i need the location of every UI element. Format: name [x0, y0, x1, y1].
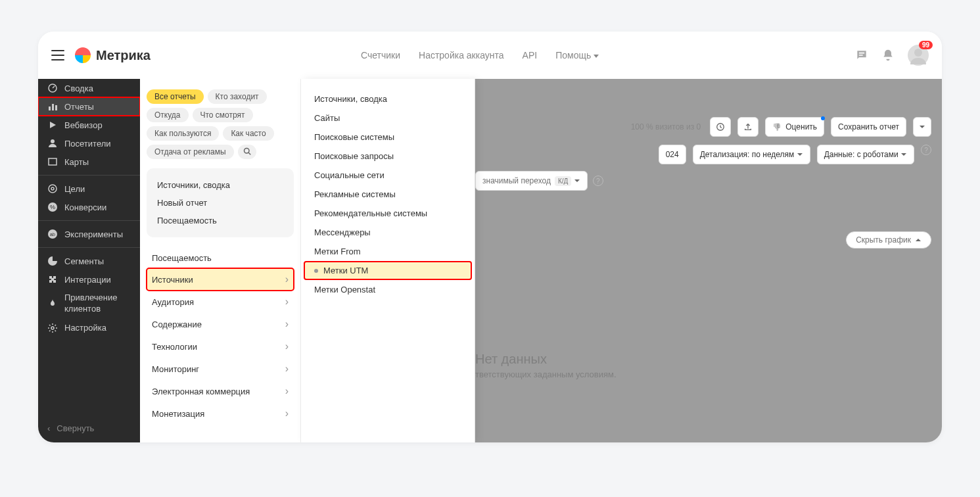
- category-attendance[interactable]: Посещаемость: [147, 248, 294, 268]
- quick-attendance[interactable]: Посещаемость: [154, 212, 286, 229]
- chevron-right-icon: ›: [285, 296, 289, 308]
- percent-icon: %: [47, 202, 58, 212]
- pie-icon: [47, 256, 58, 266]
- sidebar-item-conversions[interactable]: % Конверсии: [38, 198, 140, 216]
- hide-chart-button[interactable]: Скрыть график: [846, 231, 931, 248]
- puzzle-icon: [47, 274, 58, 285]
- sidebar-collapse[interactable]: ‹ Свернуть: [38, 414, 140, 442]
- svg-rect-3: [52, 104, 54, 110]
- sidebar-item-goals[interactable]: Цели: [38, 179, 140, 198]
- category-monetization[interactable]: Монетизация ›: [147, 402, 294, 425]
- submenu-sources-summary[interactable]: Источники, сводка: [301, 89, 475, 108]
- category-sources[interactable]: Источники ›: [147, 268, 294, 291]
- sidebar-label: Вебвизор: [64, 120, 103, 130]
- submenu-sites[interactable]: Сайты: [301, 108, 475, 128]
- sidebar-item-summary[interactable]: Сводка: [38, 79, 140, 97]
- nav-counters[interactable]: Счетчики: [361, 50, 400, 60]
- submenu-from-tags[interactable]: Метки From: [301, 242, 475, 261]
- sidebar-item-experiments[interactable]: ab Эксперименты: [38, 225, 140, 243]
- chip-all-reports[interactable]: Все отчеты: [147, 89, 204, 104]
- avatar[interactable]: 99: [908, 45, 929, 66]
- nav-api[interactable]: API: [523, 50, 538, 60]
- chip-ad-return[interactable]: Отдача от рекламы: [147, 145, 234, 159]
- collapse-label: Свернуть: [57, 423, 94, 433]
- svg-rect-2: [49, 106, 51, 110]
- category-ecommerce[interactable]: Электронная коммерция ›: [147, 380, 294, 402]
- logo[interactable]: Метрика: [75, 47, 151, 63]
- category-technologies[interactable]: Технологии ›: [147, 335, 294, 358]
- sidebar-item-webvisor[interactable]: Вебвизор: [38, 116, 140, 134]
- sidebar-label: Эксперименты: [64, 229, 123, 239]
- sidebar-item-settings[interactable]: Настройка: [38, 319, 140, 337]
- crossing-selector[interactable]: значимый переход К/Д: [475, 171, 588, 191]
- category-label: Содержание: [152, 320, 202, 329]
- bell-icon[interactable]: [881, 49, 895, 62]
- category-label: Электронная коммерция: [152, 387, 250, 396]
- svg-rect-6: [49, 158, 57, 165]
- evaluate-button[interactable]: Оценить: [765, 117, 824, 137]
- sidebar-item-segments[interactable]: Сегменты: [38, 252, 140, 270]
- quick-new-report[interactable]: Новый отчет: [154, 194, 286, 212]
- category-content[interactable]: Содержание ›: [147, 313, 294, 335]
- svg-text:%: %: [50, 204, 55, 210]
- svg-point-7: [49, 185, 57, 193]
- category-monitoring[interactable]: Мониторинг ›: [147, 358, 294, 380]
- no-data-message: Нет данных тветствующих заданным условия…: [475, 352, 942, 379]
- sidebar-label: Отчеты: [64, 102, 94, 112]
- chip-how-used[interactable]: Как пользуются: [147, 126, 219, 141]
- nav-account-settings[interactable]: Настройка аккаунта: [419, 50, 504, 60]
- header-icons: 99: [855, 45, 929, 66]
- flame-icon: [47, 298, 58, 309]
- category-label: Источники: [152, 275, 193, 285]
- chip-search-icon[interactable]: [238, 145, 256, 159]
- category-label: Мониторинг: [152, 364, 199, 374]
- submenu-messengers[interactable]: Мессенджеры: [301, 223, 475, 242]
- category-label: Технологии: [152, 342, 197, 352]
- gauge-icon: [47, 83, 58, 93]
- filter-chips: Все отчеты Кто заходит Откуда Что смотря…: [147, 89, 294, 159]
- toolbar: 100 % визитов из 0 Оценить Сохранить отч…: [631, 117, 931, 137]
- submenu-openstat-tags[interactable]: Метки Openstat: [301, 280, 475, 299]
- category-audience[interactable]: Аудитория ›: [147, 291, 294, 313]
- svg-point-0: [914, 49, 922, 57]
- user-icon: [47, 138, 58, 149]
- submenu-search-engines[interactable]: Поисковые системы: [301, 128, 475, 147]
- date-filter[interactable]: 024: [659, 145, 686, 164]
- submenu-social-networks[interactable]: Социальные сети: [301, 166, 475, 185]
- gear-icon: [47, 323, 58, 333]
- sidebar-item-integrations[interactable]: Интеграции: [38, 270, 140, 289]
- chip-how-often[interactable]: Как часто: [223, 126, 273, 141]
- save-report-button[interactable]: Сохранить отчет: [831, 117, 906, 137]
- help-icon[interactable]: ?: [593, 176, 603, 186]
- nav-help[interactable]: Помощь: [555, 50, 599, 60]
- chat-icon[interactable]: [855, 49, 868, 62]
- submenu-utm-tags[interactable]: Метки UTM: [304, 261, 472, 280]
- submenu-ad-systems[interactable]: Рекламные системы: [301, 185, 475, 204]
- dot-icon: [314, 269, 318, 273]
- sources-submenu: Источники, сводка Сайты Поисковые систем…: [301, 79, 475, 442]
- sidebar-item-maps[interactable]: Карты: [38, 153, 140, 171]
- chevron-right-icon: ›: [285, 385, 289, 397]
- history-button[interactable]: [710, 117, 731, 137]
- data-mode-filter[interactable]: Данные: с роботами: [817, 145, 914, 164]
- quick-sources-summary[interactable]: Источники, сводка: [154, 176, 286, 194]
- sidebar-item-visitors[interactable]: Посетители: [38, 134, 140, 153]
- submenu-search-queries[interactable]: Поисковые запросы: [301, 147, 475, 166]
- submenu-recommendation-systems[interactable]: Рекомендательные системы: [301, 204, 475, 223]
- play-icon: [47, 120, 58, 130]
- chip-from-where[interactable]: Откуда: [147, 108, 189, 122]
- detail-filter[interactable]: Детализация: по неделям: [693, 145, 810, 164]
- sidebar-item-reports[interactable]: Отчеты: [38, 97, 140, 116]
- share-button[interactable]: [737, 117, 758, 137]
- sidebar-divider: [38, 175, 140, 176]
- chevron-left-icon: ‹: [47, 423, 50, 433]
- hamburger-menu-icon[interactable]: [51, 50, 64, 60]
- bar-chart-icon: [47, 101, 58, 112]
- chip-who-visits[interactable]: Кто заходит: [208, 89, 267, 104]
- svg-point-8: [51, 187, 54, 190]
- sidebar-label: Сегменты: [64, 256, 104, 266]
- help-icon[interactable]: ?: [921, 145, 931, 155]
- sidebar-item-acquisition[interactable]: Привлечение клиентов: [38, 289, 140, 319]
- save-report-dropdown[interactable]: [913, 117, 931, 137]
- chip-what-viewed[interactable]: Что смотрят: [193, 108, 253, 122]
